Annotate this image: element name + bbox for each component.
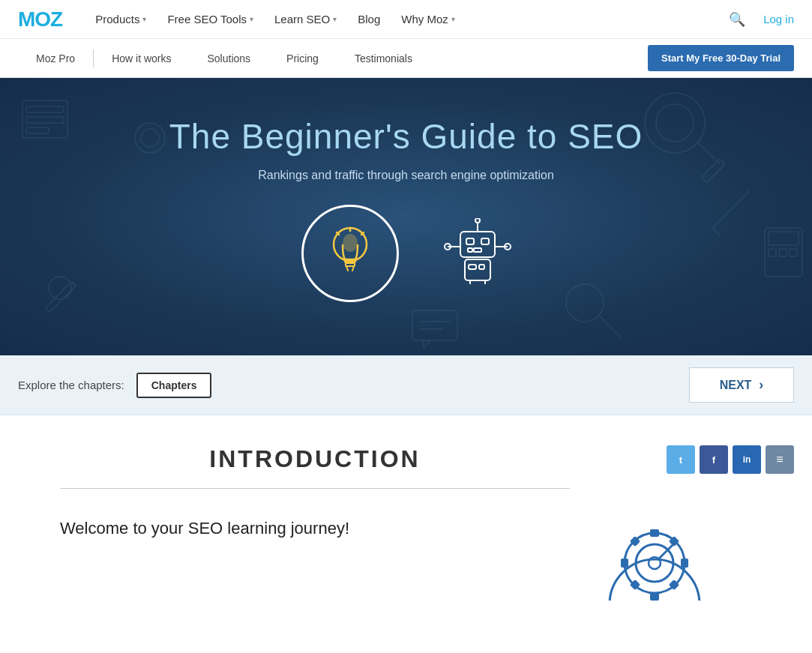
nav-item-products[interactable]: Products ▾ [86,7,155,31]
svg-rect-15 [779,249,787,256]
svg-rect-41 [460,232,495,257]
svg-line-9 [712,228,720,235]
robot-icon [444,218,511,289]
section-divider [60,488,570,489]
svg-point-10 [49,277,71,299]
nav-item-free-seo-tools[interactable]: Free SEO Tools ▾ [158,7,262,31]
subnav-item-pricing[interactable]: Pricing [268,39,337,78]
svg-point-5 [656,104,694,142]
svg-rect-43 [481,238,489,244]
svg-rect-56 [681,559,688,568]
svg-rect-47 [469,265,476,269]
svg-rect-2 [26,117,64,123]
nav-item-why-moz[interactable]: Why Moz ▾ [392,7,464,31]
chapters-left: Explore the chapters: Chapters [18,373,211,398]
subnav-item-moz-pro[interactable]: Moz Pro [18,39,93,78]
chevron-down-icon: ▾ [250,15,253,23]
hero-subtitle: Rankings and traffic through search engi… [169,169,643,182]
svg-rect-54 [650,593,659,601]
facebook-icon: f [712,454,715,466]
svg-rect-46 [465,259,490,280]
top-nav: MOZ Products ▾ Free SEO Tools ▾ Learn SE… [0,0,812,39]
svg-rect-45 [474,248,481,252]
subnav-item-testimonials[interactable]: Testimonials [337,39,430,78]
nav-item-blog[interactable]: Blog [349,7,389,31]
svg-rect-3 [26,127,49,133]
svg-point-22 [141,129,159,147]
chapters-button[interactable]: Chapters [136,373,212,398]
hero-title: The Beginner's Guide to SEO [169,116,643,157]
login-button[interactable]: Log in [763,13,794,25]
svg-line-6 [697,142,720,164]
logo[interactable]: MOZ [18,7,62,31]
search-button[interactable]: 🔍 [726,8,748,31]
svg-line-24 [600,316,615,331]
sub-nav: Moz Pro How it works Solutions Pricing T… [0,39,812,78]
twitter-share-button[interactable]: t [667,445,695,474]
svg-rect-16 [790,249,797,256]
gear-illustration [587,496,722,601]
hero-content: The Beginner's Guide to SEO Rankings and… [169,116,643,302]
hero-icons [169,205,643,302]
next-label: NEXT [720,379,752,392]
twitter-icon: t [679,454,682,466]
svg-rect-1 [26,106,64,112]
next-button[interactable]: NEXT › [689,367,794,403]
chevron-right-icon: › [759,377,763,393]
svg-line-8 [712,190,750,228]
chevron-down-icon: ▾ [142,15,146,23]
svg-line-62 [658,544,673,559]
section-title: INTRODUCTION [60,445,570,473]
svg-point-36 [475,218,480,223]
content-with-image: Welcome to your SEO learning journey! [60,516,645,556]
svg-rect-53 [650,529,659,537]
hero-section: The Beginner's Guide to SEO Rankings and… [0,78,812,355]
chevron-down-icon: ▾ [333,15,337,23]
nav-right: 🔍 Log in [726,8,794,31]
svg-point-27 [343,234,358,252]
subnav-item-solutions[interactable]: Solutions [189,39,268,78]
svg-rect-48 [479,265,484,269]
content-area: t f in ≡ INTRODUCTION Welcome to your SE… [0,415,812,601]
svg-rect-55 [621,559,628,568]
svg-rect-7 [701,159,725,183]
explore-label: Explore the chapters: [18,379,124,391]
svg-point-4 [645,93,705,153]
subnav-item-how-it-works[interactable]: How it works [94,39,189,78]
svg-marker-20 [424,340,431,348]
intro-text: Welcome to your SEO learning journey! [60,516,645,541]
svg-rect-17 [412,310,457,340]
search-icon: 🔍 [729,12,745,27]
sub-nav-items: Moz Pro How it works Solutions Pricing T… [18,39,648,78]
nav-items: Products ▾ Free SEO Tools ▾ Learn SEO ▾ … [86,7,726,31]
lightbulb-icon [301,205,399,302]
content-text: Welcome to your SEO learning journey! [60,516,645,556]
svg-point-21 [135,123,165,153]
nav-item-learn-seo[interactable]: Learn SEO ▾ [265,7,346,31]
share-buttons: t f in ≡ [667,445,794,474]
svg-rect-13 [769,232,799,245]
svg-rect-42 [466,238,474,244]
buffer-icon: ≡ [776,453,783,466]
chevron-down-icon: ▾ [451,15,455,23]
chapters-bar: Explore the chapters: Chapters NEXT › [0,355,812,415]
linkedin-share-button[interactable]: in [733,445,761,474]
svg-line-25 [615,331,621,337]
facebook-share-button[interactable]: f [700,445,728,474]
svg-rect-44 [468,248,472,252]
linkedin-icon: in [743,454,751,465]
start-trial-button[interactable]: Start My Free 30-Day Trial [648,45,794,71]
svg-rect-14 [769,249,776,256]
buffer-share-button[interactable]: ≡ [766,445,794,474]
